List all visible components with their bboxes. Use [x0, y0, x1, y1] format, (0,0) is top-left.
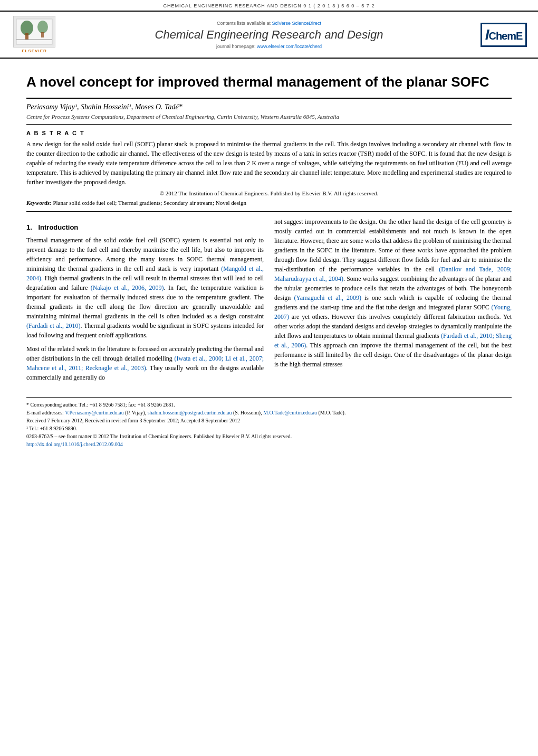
cite-danilov: (Danilov and Tade, 2009; Maharudrayya et… [274, 266, 512, 282]
intro-para-2: Most of the related work in the literatu… [26, 344, 264, 382]
footnotes: * Corresponding author. Tel.: +61 8 9266… [26, 397, 512, 448]
main-content: A novel concept for improved thermal man… [0, 59, 538, 459]
right-para-1: not suggest improvements to the design. … [274, 217, 512, 369]
abstract-copyright: © 2012 The Institution of Chemical Engin… [26, 190, 512, 196]
cite-mangold: (Mangold et al., 2004) [26, 265, 264, 282]
sciverse-link[interactable]: SciVerse ScienceDirect [272, 21, 322, 26]
icheme-logo: IChemE [481, 23, 527, 47]
svg-rect-3 [25, 33, 28, 40]
footnote1-line: ¹ Tel.: +61 8 9266 9890. [26, 424, 512, 432]
authors: Periasamy Vijay¹, Shahin Hosseini¹, Mose… [26, 103, 512, 111]
doi-line: http://dx.doi.org/10.1016/j.cherd.2012.0… [26, 440, 512, 448]
cite-fardadi2: (Fardadi et al., 2010; Sheng et al., 200… [274, 332, 512, 349]
section1-number: 1. [26, 223, 32, 231]
corresponding-author-line: * Corresponding author. Tel.: +61 8 9266… [26, 401, 512, 409]
abstract-text: A new design for the solid oxide fuel ce… [26, 139, 512, 187]
elsevier-logo-image [13, 16, 55, 48]
issn-line: 0263-8762/$ – see front matter © 2012 Th… [26, 432, 512, 440]
journal-citation-bar: CHEMICAL ENGINEERING RESEARCH AND DESIGN… [0, 0, 538, 11]
abstract-divider [26, 211, 512, 212]
elsevier-label: ELSEVIER [22, 49, 47, 53]
journal-center-block: Contents lists available at SciVerse Sci… [63, 21, 475, 49]
cite-iwata: (Iwata et al., 2000; Li et al., 2007; Ma… [26, 355, 264, 372]
journal-title: Chemical Engineering Research and Design [63, 28, 475, 42]
svg-rect-5 [41, 32, 44, 37]
journal-header: ELSEVIER Contents lists available at Sci… [0, 11, 538, 59]
doi-link[interactable]: http://dx.doi.org/10.1016/j.cherd.2012.0… [26, 441, 123, 447]
svg-point-2 [21, 21, 33, 35]
section1-heading: 1. Introduction [26, 222, 264, 233]
abstract-label: A B S T R A C T [26, 130, 512, 136]
page: CHEMICAL ENGINEERING RESEARCH AND DESIGN… [0, 0, 538, 756]
elsevier-logo-block: ELSEVIER [11, 16, 58, 53]
received-line: Received 7 February 2012; Received in re… [26, 417, 512, 424]
journal-homepage-link[interactable]: www.elsevier.com/locate/cherd [257, 44, 322, 49]
title-divider [26, 98, 512, 99]
email-tade[interactable]: M.O.Tade@curtin.edu.au [263, 410, 317, 415]
section1-label: Introduction [38, 223, 78, 231]
cite-fardadi1: (Fardadi et al., 2010) [26, 322, 81, 329]
right-column: not suggest improvements to the design. … [274, 217, 512, 387]
email-hosseini[interactable]: shahin.hosseini@postgrad.curtin.edu.au [148, 410, 232, 415]
sciverse-line: Contents lists available at SciVerse Sci… [63, 21, 475, 26]
journal-citation-text: CHEMICAL ENGINEERING RESEARCH AND DESIGN… [164, 3, 375, 8]
cite-young: (Young, 2007) [274, 304, 512, 320]
two-column-body: 1. Introduction Thermal management of th… [26, 217, 512, 387]
authors-divider [26, 124, 512, 125]
cite-nakajo: (Nakajo et al., 2006, 2009) [91, 284, 164, 291]
keywords-line: Keywords: Planar solid oxide fuel cell; … [26, 200, 512, 206]
abstract-section: A B S T R A C T A new design for the sol… [26, 130, 512, 206]
left-column: 1. Introduction Thermal management of th… [26, 217, 264, 387]
svg-point-4 [37, 21, 48, 33]
email-vijay[interactable]: V.Periasamy@curtin.edu.au [65, 410, 124, 415]
affiliation: Centre for Process Systems Computations,… [26, 114, 512, 120]
keywords-label: Keywords: [26, 200, 52, 206]
icheme-logo-block: IChemE [480, 23, 527, 47]
email-line: E-mail addresses: V.Periasamy@curtin.edu… [26, 409, 512, 417]
journal-homepage-line: journal homepage: www.elsevier.com/locat… [63, 44, 475, 49]
keywords-values: Planar solid oxide fuel cell; Thermal gr… [53, 200, 246, 206]
intro-para-1: Thermal management of the solid oxide fu… [26, 235, 264, 340]
cite-yamaguchi: (Yamaguchi et al., 2009) [294, 294, 361, 301]
article-title: A novel concept for improved thermal man… [26, 73, 512, 91]
